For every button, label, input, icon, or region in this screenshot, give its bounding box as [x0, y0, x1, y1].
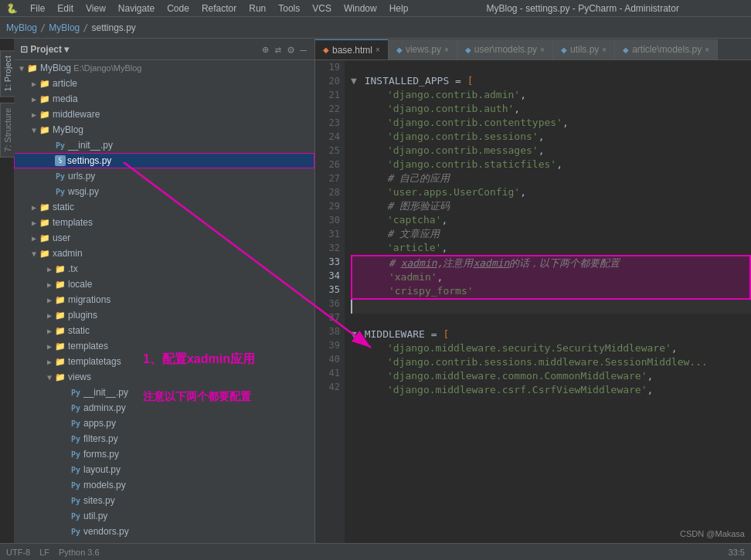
tree-label: wsgi.py [68, 186, 99, 197]
tree-item-wsgi-py[interactable]: Py wsgi.py [14, 184, 314, 199]
tree-item-static[interactable]: ▶ 📁 static [14, 199, 314, 215]
tree-item-layout[interactable]: Py layout.py [14, 462, 314, 477]
menu-window[interactable]: Window [338, 2, 383, 15]
tree-item-myblog-inner[interactable]: ▼ 📁 MyBlog [14, 122, 314, 137]
fold-icon-mw[interactable]: ▼ [351, 328, 357, 340]
tree-arrow: ▶ [45, 280, 54, 289]
tree-arrow: ▶ [45, 296, 54, 304]
menu-run[interactable]: Run [243, 2, 272, 15]
menu-view[interactable]: View [80, 2, 112, 15]
code-line-25: 'django.contrib.messages', [351, 144, 751, 158]
tab-close-icon[interactable]: × [540, 46, 545, 54]
tree-item-static2[interactable]: ▶ 📁 static [14, 323, 314, 338]
tree-item-media[interactable]: ▶ 📁 media [14, 91, 314, 107]
py-icon: ◆ [623, 46, 629, 54]
code-line-22: 'django.contrib.auth', [351, 102, 751, 116]
sync-icon[interactable]: ⇄ [274, 43, 283, 56]
menu-help[interactable]: Help [383, 2, 415, 15]
tree-arrow: ▶ [45, 265, 54, 273]
tree-item-locale[interactable]: ▶ 📁 locale [14, 277, 314, 292]
menu-code[interactable]: Code [161, 2, 195, 15]
code-editor[interactable]: ▼ INSTALLED_APPS = [ 'django.contrib.adm… [345, 60, 751, 560]
py-icon: ◆ [396, 46, 403, 54]
py-file-icon: Py [70, 433, 82, 445]
tab-base-html[interactable]: ◆ base.html × [315, 39, 389, 59]
tree-arrow: ▼ [29, 249, 39, 258]
tree-item-templates2[interactable]: ▶ 📁 templates [14, 338, 314, 354]
tree-item-tx[interactable]: ▶ 📁 .tx [14, 261, 314, 277]
code-line-21: 'django.contrib.admin', [351, 88, 751, 102]
tab-close-icon[interactable]: × [376, 46, 380, 54]
menu-file[interactable]: File [24, 2, 51, 15]
breadcrumb-sep-1: / [40, 22, 46, 33]
tree-label: urls.py [68, 171, 95, 182]
menu-vcs[interactable]: VCS [306, 2, 338, 15]
tree-item-article[interactable]: ▶ 📁 article [14, 76, 314, 91]
folder-icon: 📁 [39, 216, 51, 229]
tab-close-icon[interactable]: × [602, 46, 607, 54]
folder-icon: 📁 [39, 77, 51, 90]
tree-item-apps[interactable]: Py apps.py [14, 416, 314, 431]
breadcrumb-myblog2[interactable]: MyBlog [49, 22, 80, 33]
html-icon: ◆ [323, 46, 329, 54]
tree-item-xadmin[interactable]: ▼ 📁 xadmin [14, 246, 314, 261]
line-num-41: 41 [315, 366, 340, 380]
code-line-32: 'article', [351, 241, 751, 255]
tree-item-init-py[interactable]: Py __init__.py [14, 137, 314, 153]
tree-item-sites[interactable]: Py sites.py [14, 493, 314, 508]
settings-icon[interactable]: ⚙ [286, 43, 295, 56]
code-line-23: 'django.contrib.contenttypes', [351, 116, 751, 130]
watermark: CSDN @Makasa [680, 529, 745, 538]
tree-item-views-init[interactable]: Py __init__.py [14, 385, 314, 400]
tree-item-adminx[interactable]: Py adminx.py [14, 400, 314, 416]
line-num-33: 33 [315, 255, 340, 269]
tab-label: user\models.py [474, 44, 537, 55]
tab-views-py[interactable]: ◆ views.py × [389, 39, 457, 59]
tree-item-filters[interactable]: Py filters.py [14, 431, 314, 446]
menu-edit[interactable]: Edit [51, 2, 80, 15]
tree-item-user[interactable]: ▶ 📁 user [14, 230, 314, 246]
tree-item-templatetags[interactable]: ▶ 📁 templatetags [14, 354, 314, 369]
sidebar-title: ⊡ Project ▾ [20, 44, 69, 55]
tree-item-templates[interactable]: ▶ 📁 templates [14, 215, 314, 230]
folder-icon: 📁 [54, 324, 66, 337]
tree-item-myblog-root[interactable]: ▼ 📁 MyBlog E:\Django\MyBlog [14, 60, 314, 76]
menu-refactor[interactable]: Refactor [195, 2, 243, 15]
tree-label: models.py [83, 480, 126, 490]
main-layout: 1: Project 7: Structure ⊡ Project ▾ ⊕ ⇄ … [0, 39, 751, 560]
tree-item-models[interactable]: Py models.py [14, 477, 314, 493]
tree-item-views[interactable]: ▼ 📁 views [14, 369, 314, 385]
tree-label: __init__.py [68, 140, 113, 151]
tab-close-icon[interactable]: × [444, 46, 449, 54]
tree-item-util[interactable]: Py util.py [14, 508, 314, 524]
tab-user-models[interactable]: ◆ user\models.py × [457, 39, 553, 59]
menu-tools[interactable]: Tools [272, 2, 306, 15]
tree-item-migrations[interactable]: ▶ 📁 migrations [14, 292, 314, 307]
tree-label-templates: templates [53, 217, 93, 228]
folder-icon: 📁 [39, 232, 51, 244]
tree-item-settings-py[interactable]: S settings.py [14, 153, 314, 168]
line-num-23: 23 [315, 116, 340, 130]
structure-tab[interactable]: 7: Structure [0, 103, 15, 158]
tree-arrow: ▶ [45, 358, 54, 366]
tree-item-vendors[interactable]: Py vendors.py [14, 524, 314, 539]
breadcrumb-myblog[interactable]: MyBlog [6, 22, 37, 33]
tab-utils[interactable]: ◆ utils.py × [553, 39, 615, 59]
tab-close-icon[interactable]: × [705, 46, 709, 54]
tree-item-middleware[interactable]: ▶ 📁 middleware [14, 107, 314, 122]
line-num-19: 19 [315, 60, 340, 74]
menu-navigate[interactable]: Navigate [112, 2, 161, 15]
tree-item-plugins[interactable]: ▶ 📁 plugins [14, 307, 314, 323]
project-tab[interactable]: 1: Project [0, 50, 15, 97]
tree-item-urls-py[interactable]: Py urls.py [14, 168, 314, 184]
fold-icon[interactable]: ▼ [351, 75, 357, 87]
close-sidebar-icon[interactable]: — [299, 43, 308, 56]
tab-article-models[interactable]: ◆ article\models.py × [615, 39, 718, 59]
py-file-icon: Py [70, 417, 82, 429]
py-file-icon: Py [70, 494, 82, 507]
add-icon[interactable]: ⊕ [260, 43, 270, 56]
line-num-31: 31 [315, 227, 340, 241]
tree-item-forms[interactable]: Py forms.py [14, 446, 314, 462]
tree-label: article [53, 78, 77, 89]
py-file-icon: Py [54, 139, 66, 151]
